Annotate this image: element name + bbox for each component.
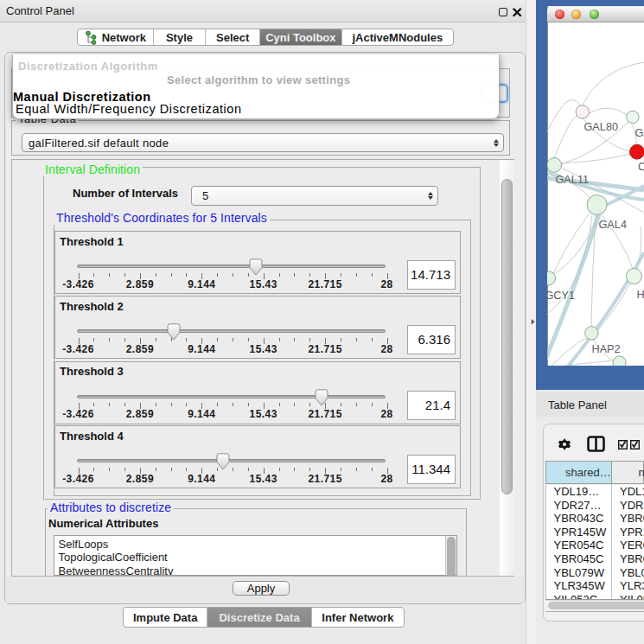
svg-text:GA: GA	[635, 127, 644, 139]
svg-text:GAL11: GAL11	[556, 174, 590, 186]
svg-text:HAP2: HAP2	[592, 343, 621, 355]
svg-text:GAL4: GAL4	[599, 219, 627, 231]
svg-text:GAL80: GAL80	[584, 121, 619, 133]
svg-text:H: H	[637, 289, 644, 301]
svg-text:GCY1: GCY1	[547, 290, 575, 302]
svg-text:C: C	[638, 161, 644, 173]
